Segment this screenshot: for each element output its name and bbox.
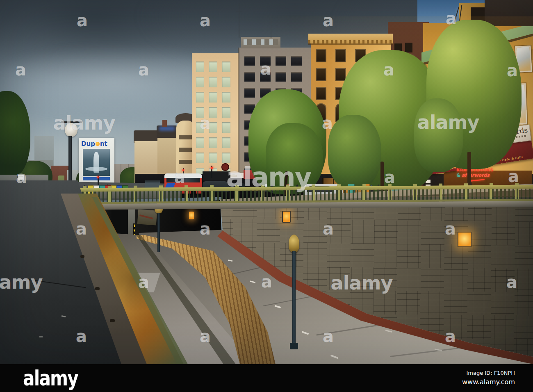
window <box>222 107 230 118</box>
window <box>222 137 230 148</box>
window <box>260 72 271 82</box>
neon-afterwords: afterwords <box>462 173 490 178</box>
beige-tower-left-windows <box>196 62 237 185</box>
window <box>244 72 255 82</box>
turret-windows <box>179 128 193 164</box>
asphalt-debris <box>39 336 43 337</box>
window <box>196 62 204 72</box>
cornice-dentils <box>308 40 393 43</box>
kramer-neon-sign: KRAMERBOOKS & afterwords <box>457 168 494 182</box>
roof-box <box>485 0 533 26</box>
image-id: Image ID: F10NPH <box>462 369 515 377</box>
wall-lamp <box>282 211 291 223</box>
fountain-basin <box>85 167 107 171</box>
window <box>209 92 217 103</box>
window <box>209 62 217 72</box>
trench-lamp-pole <box>292 251 296 345</box>
chimney <box>162 120 167 127</box>
ledge-bolt <box>80 255 84 258</box>
wall-lamp <box>458 232 472 247</box>
window <box>222 122 230 133</box>
red-signal <box>97 176 99 178</box>
maroon-circle-sign <box>221 163 229 171</box>
dupont-banner-photo <box>83 149 110 176</box>
window <box>316 87 326 100</box>
window <box>276 72 286 82</box>
window <box>222 77 230 87</box>
antenna-mast <box>239 3 239 38</box>
window <box>209 107 217 118</box>
tree <box>328 115 381 189</box>
window <box>209 122 217 133</box>
window <box>244 56 255 66</box>
window <box>196 153 204 163</box>
window <box>291 72 302 82</box>
neon-arrow <box>471 179 485 182</box>
alamy-url: www.alamy.com <box>462 377 515 387</box>
window <box>209 77 217 87</box>
alamy-footer-bar: alamy Image ID: F10NPH www.alamy.com <box>0 364 533 392</box>
tree <box>414 98 463 172</box>
window <box>209 153 217 163</box>
window <box>196 122 204 133</box>
window <box>222 62 230 72</box>
neon-ampersand: & <box>457 173 460 178</box>
trench-lamp-globe <box>289 235 299 253</box>
black-awning <box>203 171 230 180</box>
alamy-logo: alamy <box>23 366 78 390</box>
bus-window-band <box>166 178 200 182</box>
window <box>196 137 204 148</box>
dupont-banner-title: Dupnt <box>81 140 112 148</box>
trench-lamp-base <box>290 343 298 349</box>
street-lamp-globe <box>65 123 77 137</box>
ledge-bolt <box>110 319 115 322</box>
image-meta: Image ID: F10NPH www.alamy.com <box>462 369 515 387</box>
bridge-railing <box>57 182 533 210</box>
window <box>316 68 326 81</box>
antenna-crossbar <box>236 11 242 11</box>
tower-corner-shadow <box>238 48 239 190</box>
window <box>335 68 346 81</box>
dupont-banner: Dupnt <box>79 138 114 183</box>
window <box>196 107 204 118</box>
tree <box>266 123 323 193</box>
photo: Dupnt ANCHORAGE <box>0 0 533 364</box>
alamy-stock-photo-page: Dupnt ANCHORAGE <box>0 0 533 392</box>
penthouse-windows <box>244 39 278 45</box>
red-signal <box>182 169 184 171</box>
window <box>276 56 286 66</box>
white-storefront-sign <box>230 173 244 178</box>
brick-window <box>405 43 412 52</box>
ledge-bolt <box>95 287 100 290</box>
window <box>196 77 204 87</box>
tunnel-lamp <box>189 212 194 219</box>
window <box>291 56 302 66</box>
dupont-sun-dot <box>96 142 100 146</box>
window <box>222 92 230 103</box>
window <box>316 49 326 62</box>
window <box>196 92 204 103</box>
window <box>244 88 255 98</box>
red-signal <box>211 167 213 169</box>
antenna-mast <box>271 13 271 38</box>
roof-graffiti <box>159 126 175 131</box>
window <box>335 49 346 62</box>
window <box>222 153 230 163</box>
window <box>260 56 271 66</box>
window <box>209 137 217 148</box>
trench-lamp-pole <box>157 213 160 252</box>
dupont-banner-footer <box>83 177 110 180</box>
